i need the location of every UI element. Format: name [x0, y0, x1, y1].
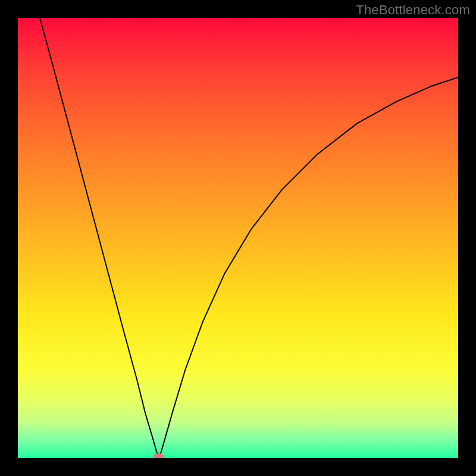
chart-frame: TheBottleneck.com	[0, 0, 476, 476]
plot-area	[18, 18, 458, 458]
watermark-text: TheBottleneck.com	[356, 2, 470, 18]
bottleneck-curve	[18, 18, 458, 458]
curve-path	[40, 18, 458, 457]
optimum-marker	[154, 453, 164, 458]
